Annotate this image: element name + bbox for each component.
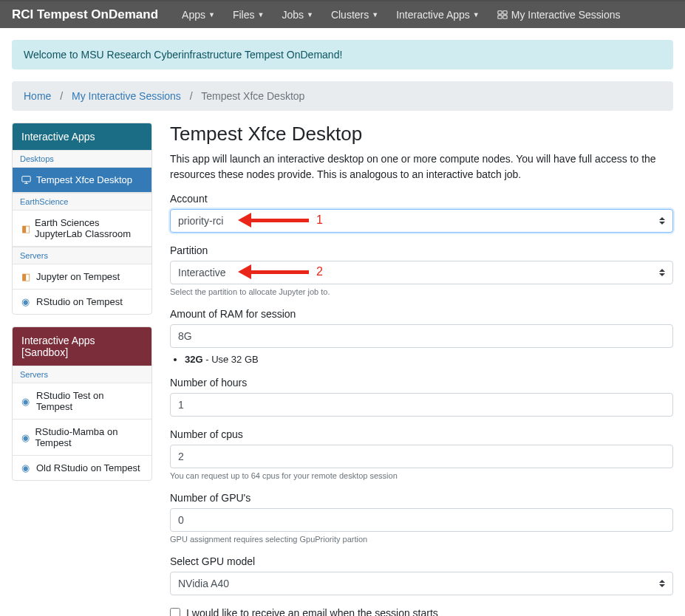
- sidebar-item-label: Old RStudio on Tempest: [36, 462, 140, 473]
- sidebar-item-label: RStudio on Tempest: [36, 296, 123, 307]
- account-label: Account: [170, 193, 673, 205]
- ram-label: Amount of RAM for session: [170, 308, 673, 320]
- main-content: Tempest Xfce Desktop This app will launc…: [170, 123, 673, 616]
- breadcrumb-sessions[interactable]: My Interactive Sessions: [72, 90, 181, 102]
- breadcrumb-home[interactable]: Home: [24, 90, 51, 102]
- breadcrumb: Home / My Interactive Sessions / Tempest…: [12, 81, 673, 111]
- sidebar-item-label: Tempest Xfce Desktop: [36, 174, 132, 185]
- hours-input[interactable]: [170, 393, 673, 417]
- group-desktops: Desktops: [13, 150, 151, 168]
- svg-rect-0: [498, 11, 502, 14]
- sidebar-interactive-apps: Interactive Apps Desktops Tempest Xfce D…: [12, 123, 152, 315]
- sidebar-sandbox-apps: Interactive Apps [Sandbox] Servers ◉ RSt…: [12, 326, 152, 481]
- nav-jobs[interactable]: Jobs▼: [273, 3, 322, 27]
- notebook-icon: ◧: [21, 223, 30, 234]
- breadcrumb-current: Tempest Xfce Desktop: [201, 90, 304, 102]
- sidebar-item-rstudio[interactable]: ◉ RStudio on Tempest: [13, 290, 151, 314]
- page-description: This app will launch an interactive desk…: [170, 151, 673, 182]
- email-label[interactable]: I would like to receive an email when th…: [186, 607, 438, 616]
- sidebar-header: Interactive Apps: [13, 123, 151, 150]
- rstudio-icon: ◉: [21, 296, 32, 307]
- svg-rect-4: [22, 177, 30, 182]
- group-earthscience: EarthScience: [13, 193, 151, 211]
- svg-rect-1: [503, 11, 507, 14]
- navbar-brand[interactable]: RCI Tempest OnDemand: [12, 7, 158, 22]
- page-title: Tempest Xfce Desktop: [170, 123, 673, 146]
- sidebar-item-label: Jupyter on Tempest: [36, 271, 120, 282]
- nav-interactive-apps[interactable]: Interactive Apps▼: [387, 3, 488, 27]
- svg-rect-2: [498, 16, 502, 18]
- caret-down-icon: ▼: [473, 11, 480, 18]
- welcome-alert: Welcome to MSU Research Cyberinfrastruct…: [12, 40, 673, 69]
- sidebar: Interactive Apps Desktops Tempest Xfce D…: [12, 123, 152, 616]
- caret-down-icon: ▼: [307, 11, 313, 18]
- ram-hints: 32G - Use 32 GB: [185, 354, 673, 365]
- rstudio-icon: ◉: [21, 462, 32, 473]
- breadcrumb-separator: /: [190, 90, 193, 102]
- partition-label: Partition: [170, 244, 673, 256]
- nav-apps[interactable]: Apps▼: [173, 3, 224, 27]
- desktop-icon: [21, 175, 32, 185]
- sidebar-item-rstudio-test[interactable]: ◉ RStudio Test on Tempest: [13, 383, 151, 420]
- nav-clusters[interactable]: Clusters▼: [322, 3, 387, 27]
- page-container: Welcome to MSU Research Cyberinfrastruct…: [0, 40, 685, 616]
- gpus-label: Number of GPU's: [170, 492, 673, 504]
- hours-label: Number of hours: [170, 377, 673, 389]
- sidebar-item-jupyter[interactable]: ◧ Jupyter on Tempest: [13, 264, 151, 290]
- top-navbar: RCI Tempest OnDemand Apps▼ Files▼ Jobs▼ …: [0, 0, 685, 28]
- sidebar-item-rstudio-mamba[interactable]: ◉ RStudio-Mamba on Tempest: [13, 420, 151, 456]
- group-servers: Servers: [13, 247, 151, 264]
- navbar-nav: Apps▼ Files▼ Jobs▼ Clusters▼ Interactive…: [173, 3, 630, 27]
- sidebar-header-sandbox: Interactive Apps [Sandbox]: [13, 327, 151, 366]
- sidebar-item-label: Earth Sciences JupyterLab Classroom: [35, 217, 143, 239]
- rstudio-icon: ◉: [21, 432, 30, 443]
- cpus-help: You can request up to 64 cpus for your r…: [170, 471, 673, 480]
- caret-down-icon: ▼: [257, 11, 264, 18]
- account-select[interactable]: priority-rci: [170, 209, 673, 233]
- gpus-input[interactable]: [170, 508, 673, 532]
- gpu-model-select[interactable]: NVidia A40: [170, 572, 673, 595]
- cpus-input[interactable]: [170, 445, 673, 468]
- sessions-icon: [497, 10, 508, 20]
- caret-down-icon: ▼: [372, 11, 378, 18]
- group-servers-sandbox: Servers: [13, 366, 151, 383]
- cpus-label: Number of cpus: [170, 428, 673, 440]
- ram-input[interactable]: [170, 324, 673, 348]
- sidebar-item-label: RStudio-Mamba on Tempest: [35, 426, 143, 448]
- gpu-model-label: Select GPU model: [170, 555, 673, 567]
- sidebar-item-tempest-xfce[interactable]: Tempest Xfce Desktop: [13, 168, 151, 193]
- gpus-help: GPU assignment requires selecting GpuPri…: [170, 535, 673, 544]
- email-checkbox[interactable]: [170, 608, 180, 616]
- sidebar-item-earth-jupyter[interactable]: ◧ Earth Sciences JupyterLab Classroom: [13, 211, 151, 247]
- svg-rect-3: [503, 16, 507, 18]
- nav-files[interactable]: Files▼: [224, 3, 273, 27]
- sidebar-item-old-rstudio[interactable]: ◉ Old RStudio on Tempest: [13, 456, 151, 480]
- notebook-icon: ◧: [21, 271, 32, 282]
- caret-down-icon: ▼: [208, 11, 215, 18]
- partition-help: Select the partition to allocate Jupyter…: [170, 287, 673, 296]
- sidebar-item-label: RStudio Test on Tempest: [36, 390, 143, 412]
- nav-my-sessions[interactable]: My Interactive Sessions: [488, 3, 630, 27]
- rstudio-icon: ◉: [21, 396, 32, 407]
- breadcrumb-separator: /: [60, 90, 63, 102]
- partition-select[interactable]: Interactive: [170, 261, 673, 284]
